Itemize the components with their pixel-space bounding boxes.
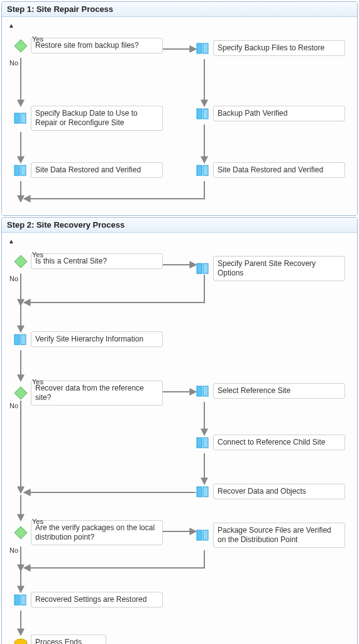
- svg-rect-6: [203, 109, 208, 119]
- task-icon: [13, 163, 28, 178]
- node-site-data-restored-left-label: Site Data Restored and Verified: [31, 162, 163, 178]
- task-icon: [196, 261, 211, 276]
- decision-icon: [13, 525, 28, 540]
- step2-panel: Step 2: Site Recovery Process ▲: [1, 217, 358, 644]
- svg-rect-4: [21, 113, 26, 123]
- svg-marker-16: [14, 387, 27, 399]
- svg-point-28: [14, 639, 27, 645]
- node-specify-backup-files-label: Specify Backup Files to Restore: [213, 40, 345, 56]
- svg-marker-23: [14, 526, 27, 539]
- svg-rect-7: [14, 165, 19, 175]
- collapse-toggle-icon[interactable]: ▲: [6, 21, 17, 30]
- task-icon: [196, 484, 211, 499]
- edge-label-no: No: [9, 547, 18, 554]
- step2-title: Step 2: Site Recovery Process: [7, 220, 124, 230]
- collapse-toggle-icon[interactable]: ▲: [6, 236, 17, 246]
- svg-rect-20: [203, 438, 208, 448]
- task-icon: [196, 106, 211, 121]
- task-icon: [196, 435, 211, 450]
- decision-icon: [13, 254, 28, 269]
- svg-rect-2: [203, 43, 208, 53]
- svg-rect-3: [14, 113, 19, 123]
- svg-rect-14: [14, 335, 19, 345]
- terminator-icon: [13, 635, 28, 645]
- node-connect-reference-child: Connect to Reference Child Site: [196, 435, 346, 450]
- node-verify-hierarchy-label: Verify Site Hierarchy Information: [31, 331, 163, 347]
- node-site-data-restored-left: Site Data Restored and Verified: [13, 162, 164, 178]
- svg-rect-27: [21, 595, 26, 605]
- svg-rect-21: [197, 487, 202, 497]
- task-icon: [196, 384, 211, 399]
- svg-rect-12: [197, 264, 202, 274]
- node-package-source-verified-label: Package Source Files are Verified on the…: [213, 523, 345, 548]
- node-package-source-verified: Package Source Files are Verified on the…: [196, 523, 346, 548]
- edge-label-no: No: [9, 59, 18, 67]
- task-icon: [196, 41, 211, 56]
- svg-rect-17: [197, 386, 202, 396]
- node-recovered-settings-restored: Recovered Settings are Restored: [13, 592, 164, 608]
- node-verify-hierarchy: Verify Site Hierarchy Information: [13, 331, 164, 347]
- node-recover-data-objects: Recover Data and Objects: [196, 484, 346, 499]
- edge-label-yes: Yes: [32, 251, 43, 258]
- svg-rect-24: [197, 530, 202, 540]
- decision-restore-backup-label: Restore site from backup files?: [31, 38, 163, 53]
- svg-marker-11: [14, 255, 27, 268]
- node-site-data-restored-right-label: Site Data Restored and Verified: [213, 162, 345, 178]
- node-process-ends: Process Ends: [13, 635, 114, 644]
- task-icon: [13, 592, 28, 608]
- step1-body: ▲: [2, 17, 357, 215]
- svg-rect-10: [203, 165, 208, 175]
- node-parent-recovery-options-label: Specify Parent Site Recovery Options: [213, 256, 345, 281]
- node-specify-backup-files: Specify Backup Files to Restore: [196, 40, 346, 56]
- step1-header: Step 1: Site Repair Process: [2, 2, 357, 17]
- svg-rect-13: [203, 264, 208, 274]
- task-icon: [196, 528, 211, 543]
- edge-label-yes: Yes: [32, 518, 43, 525]
- node-recover-data-objects-label: Recover Data and Objects: [213, 484, 345, 499]
- task-icon: [196, 163, 211, 178]
- node-site-data-restored-right: Site Data Restored and Verified: [196, 162, 346, 178]
- node-recovered-settings-restored-label: Recovered Settings are Restored: [31, 592, 163, 608]
- svg-marker-0: [14, 40, 27, 52]
- decision-central-site-label: Is this a Central Site?: [31, 253, 163, 269]
- svg-rect-1: [197, 43, 202, 53]
- node-backup-path-verified: Backup Path Verified: [196, 106, 346, 121]
- step2-body: ▲: [2, 233, 357, 644]
- step2-header: Step 2: Site Recovery Process: [2, 218, 357, 233]
- edge-label-yes: Yes: [32, 378, 43, 386]
- step1-panel: Step 1: Site Repair Process ▲: [1, 1, 358, 216]
- node-backup-path-verified-label: Backup Path Verified: [213, 106, 345, 121]
- decision-recover-reference-label: Recover data from the reference site?: [31, 380, 163, 406]
- step1-title: Step 1: Site Repair Process: [7, 4, 113, 14]
- decision-icon: [13, 38, 28, 53]
- node-select-reference-site: Select Reference Site: [196, 383, 346, 399]
- edge-label-yes: Yes: [32, 35, 43, 43]
- edge-label-no: No: [9, 402, 18, 409]
- svg-rect-25: [203, 530, 208, 540]
- svg-rect-8: [21, 165, 26, 175]
- svg-rect-22: [203, 487, 208, 497]
- node-select-reference-site-label: Select Reference Site: [213, 383, 345, 399]
- task-icon: [13, 332, 28, 347]
- decision-icon: [13, 386, 28, 401]
- svg-rect-26: [14, 595, 19, 605]
- decision-verify-packages-label: Are the verify packages on the local dis…: [31, 520, 163, 545]
- edge-label-no: No: [9, 275, 18, 282]
- svg-rect-18: [203, 386, 208, 396]
- svg-rect-19: [197, 438, 202, 448]
- svg-rect-15: [21, 335, 26, 345]
- node-specify-backup-date: Specify Backup Date to Use to Repair or …: [13, 106, 164, 131]
- node-connect-reference-child-label: Connect to Reference Child Site: [213, 435, 345, 450]
- svg-rect-9: [197, 165, 202, 175]
- svg-rect-5: [197, 109, 202, 119]
- node-specify-backup-date-label: Specify Backup Date to Use to Repair or …: [31, 106, 163, 131]
- node-process-ends-label: Process Ends: [31, 635, 106, 644]
- node-parent-recovery-options: Specify Parent Site Recovery Options: [196, 256, 346, 281]
- task-icon: [13, 111, 28, 126]
